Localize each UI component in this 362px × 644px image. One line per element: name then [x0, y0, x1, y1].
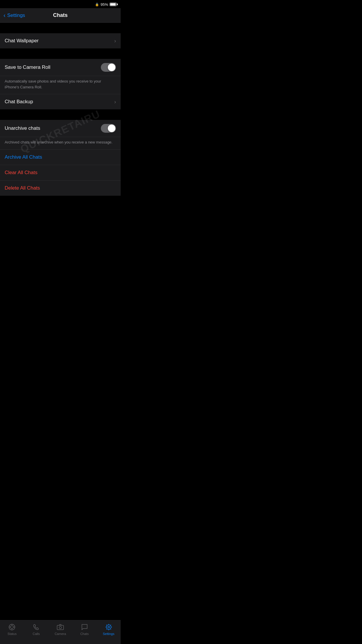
section-spacer-1 [0, 23, 121, 33]
chevron-right-icon-2: › [114, 99, 116, 105]
save-camera-roll-right [101, 63, 116, 72]
chevron-right-icon: › [114, 38, 116, 44]
status-icons: 🔒 95% [95, 2, 117, 7]
nav-bar: ‹ Settings Chats [0, 8, 121, 23]
unarchive-chats-label: Unarchive chats [5, 125, 40, 131]
chat-backup-row[interactable]: Chat Backup › [0, 94, 121, 109]
section-spacer-2 [0, 48, 121, 59]
chat-wallpaper-row[interactable]: Chat Wallpaper › [0, 33, 121, 48]
toggle-knob [108, 64, 115, 71]
save-camera-roll-row[interactable]: Save to Camera Roll [0, 59, 121, 76]
unarchive-chats-row[interactable]: Unarchive chats [0, 120, 121, 137]
unarchive-group: Unarchive chats Archived chats will unar… [0, 120, 121, 196]
chat-wallpaper-group: Chat Wallpaper › [0, 33, 121, 48]
status-bar: 🔒 95% [0, 0, 121, 8]
bottom-spacer [0, 196, 121, 260]
save-camera-roll-label: Save to Camera Roll [5, 64, 50, 70]
unarchive-description-row: Archived chats will unarchive when you r… [0, 137, 121, 150]
chat-wallpaper-label: Chat Wallpaper [5, 38, 39, 44]
toggle-knob-2 [108, 125, 115, 132]
clear-all-chats-row[interactable]: Clear All Chats [0, 165, 121, 181]
save-camera-roll-description-row: Automatically save photos and videos you… [0, 76, 121, 94]
chat-backup-right: › [114, 99, 116, 105]
section-spacer-3 [0, 109, 121, 120]
unarchive-description: Archived chats will unarchive when you r… [5, 140, 113, 144]
chevron-left-icon: ‹ [3, 12, 6, 19]
delete-all-chats-label: Delete All Chats [5, 185, 40, 191]
save-camera-roll-description: Automatically save photos and videos you… [5, 79, 101, 89]
delete-all-chats-row[interactable]: Delete All Chats [0, 181, 121, 196]
save-camera-roll-toggle[interactable] [101, 63, 116, 72]
battery-icon [110, 3, 117, 6]
unarchive-chats-right [101, 124, 116, 133]
back-label: Settings [7, 13, 25, 18]
chat-wallpaper-right: › [114, 38, 116, 44]
page-title: Chats [53, 12, 68, 18]
lock-icon: 🔒 [95, 3, 99, 6]
archive-all-chats-row[interactable]: Archive All Chats [0, 150, 121, 165]
chat-backup-label: Chat Backup [5, 99, 33, 105]
clear-all-chats-label: Clear All Chats [5, 170, 37, 176]
camera-roll-group: Save to Camera Roll Automatically save p… [0, 59, 121, 109]
back-button[interactable]: ‹ Settings [3, 12, 25, 19]
archive-all-chats-label: Archive All Chats [5, 154, 42, 160]
unarchive-chats-toggle[interactable] [101, 124, 116, 133]
battery-percentage: 95% [101, 2, 108, 7]
